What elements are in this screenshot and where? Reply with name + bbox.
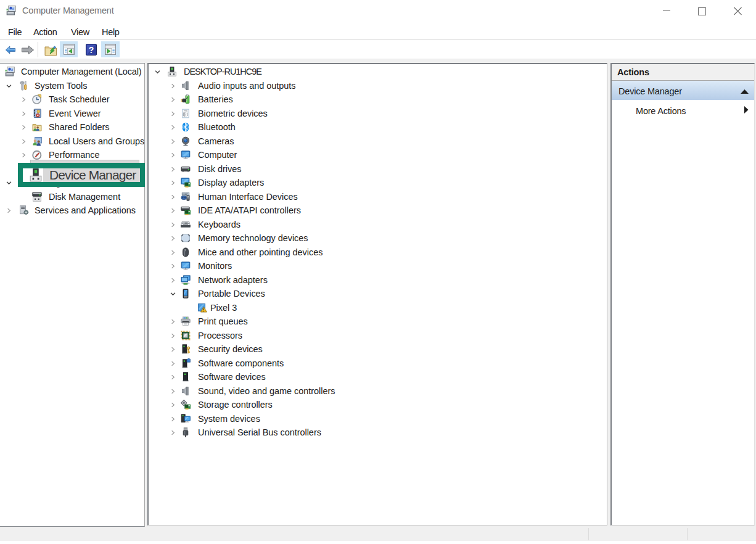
svg-text:?: ? [89, 45, 94, 55]
